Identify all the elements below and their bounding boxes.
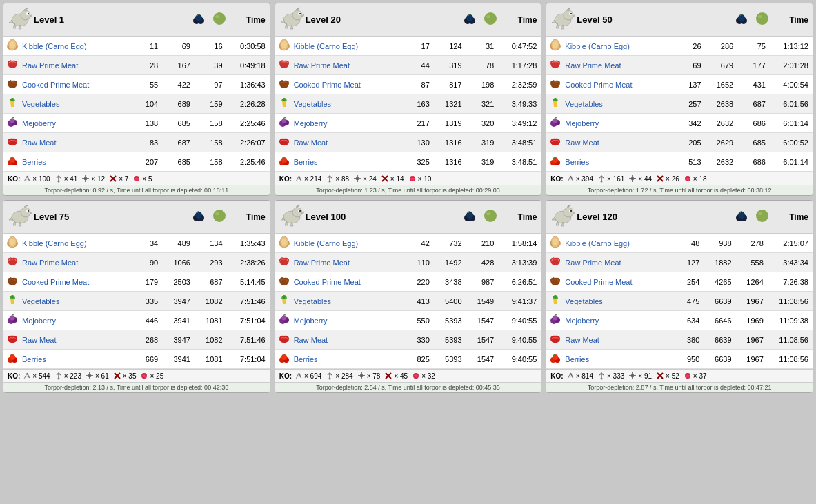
time-header: Time [232,212,266,222]
table-row: Mejoberry 342 2632 686 6:01:14 [546,114,813,133]
food-name[interactable]: Berries [565,355,589,363]
ko-item-2: × 44 [628,174,652,183]
food-name[interactable]: Berries [22,355,46,363]
food-cell: Mejoberry [548,312,668,328]
food-name[interactable]: Raw Prime Meat [294,259,350,267]
food-name[interactable]: Mejoberry [294,316,328,325]
col3-value: 319 [465,133,497,152]
food-icon-kibble [277,235,291,251]
food-icon-berries [6,154,19,170]
table-row: Raw Meat 205 2629 685 6:00:52 [546,133,813,152]
food-cell: Berries [6,351,126,367]
food-name[interactable]: Raw Prime Meat [294,61,350,70]
food-name[interactable]: Vegetables [565,100,602,108]
food-name[interactable]: Raw Meat [565,336,599,344]
food-name[interactable]: Raw Prime Meat [22,61,78,70]
col1-value: 163 [400,94,432,114]
food-name[interactable]: Mejoberry [565,119,599,128]
food-name[interactable]: Cooked Prime Meat [565,278,632,286]
food-name[interactable]: Mejoberry [565,316,599,325]
food-name[interactable]: Vegetables [294,100,331,108]
svg-point-81 [28,210,29,212]
food-icon-berries [548,154,562,170]
svg-point-75 [600,181,602,183]
food-name[interactable]: Vegetables [565,297,602,305]
time-header: Time [775,15,808,25]
dino-icon [8,203,32,230]
ko-item-0: × 814 [566,372,593,380]
time-value: 3:49:12 [497,114,541,133]
food-name[interactable]: Berries [22,158,46,166]
time-value: 0:49:18 [226,56,270,75]
food-name[interactable]: Kibble (Carno Egg) [22,42,87,50]
food-name[interactable]: Cooked Prime Meat [565,81,632,89]
food-name[interactable]: Mejoberry [22,316,56,325]
food-icon-vegetables [277,96,291,112]
food-name[interactable]: Raw Prime Meat [565,61,621,70]
svg-point-53 [564,10,573,20]
main-grid: Level 1 Time Kibble (Carno Egg) 11 [3,3,813,393]
col1-value: 104 [128,94,161,114]
food-name[interactable]: Berries [294,158,318,166]
col3-value: 1081 [193,350,226,369]
col3-value: 1549 [465,292,497,311]
food-name[interactable]: Raw Meat [294,139,328,147]
food-name[interactable]: Cooked Prime Meat [294,278,361,286]
food-cell: Raw Meat [277,134,398,150]
food-name[interactable]: Berries [565,158,589,166]
food-cell: Raw Meat [6,332,126,347]
table-row: Raw Meat 83 687 158 2:26:07 [3,133,270,152]
svg-point-111 [484,210,497,222]
table-row: Raw Meat 268 3947 1082 7:51:46 [3,330,270,350]
col3-value: 1967 [735,350,766,369]
food-cell: Cooked Prime Meat [277,77,398,92]
food-name[interactable]: Cooked Prime Meat [22,278,89,286]
col3-value: 1082 [193,292,226,311]
table-row: Cooked Prime Meat 220 3438 987 6:26:51 [275,272,541,292]
food-name[interactable]: Kibble (Carno Egg) [22,239,87,248]
col3-value: 97 [193,75,226,94]
header-level100: Level 100 Time [275,201,541,234]
food-table-level120: Kibble (Carno Egg) 48 938 278 2:15:07 Ra… [546,234,813,369]
table-row: Berries 513 2632 686 6:01:14 [546,152,813,172]
food-name[interactable]: Kibble (Carno Egg) [565,42,630,50]
food-name[interactable]: Raw Prime Meat [565,259,621,267]
food-name[interactable]: Raw Meat [22,336,57,344]
food-name[interactable]: Mejoberry [294,119,328,128]
food-name[interactable]: Raw Meat [294,336,328,344]
food-name[interactable]: Cooked Prime Meat [294,81,361,89]
food-name[interactable]: Kibble (Carno Egg) [294,239,359,248]
col3-value: 293 [193,253,226,272]
food-name[interactable]: Vegetables [294,297,331,305]
food-name[interactable]: Kibble (Carno Egg) [565,239,630,248]
food-cell: Raw Meat [6,134,126,150]
food-name[interactable]: Raw Meat [565,139,599,147]
col2-value: 4265 [702,272,734,292]
svg-point-3 [28,13,29,14]
food-name[interactable]: Mejoberry [22,119,56,128]
col1-value: 17 [400,37,432,56]
food-icon-mejoberry [277,312,291,328]
food-name[interactable]: Vegetables [22,100,59,108]
time-value: 3:13:39 [497,253,541,272]
food-name[interactable]: Raw Prime Meat [22,259,78,267]
col3-value: 210 [465,234,497,253]
col2-value: 2503 [161,272,193,292]
col1-value: 90 [128,253,161,272]
food-name[interactable]: Berries [294,355,318,363]
time-value: 2:15:07 [766,234,813,253]
col2-value: 685 [161,114,193,133]
table-row: Cooked Prime Meat 254 4265 1264 7:26:38 [546,272,813,292]
col1-value: 137 [672,75,704,94]
table-row: Raw Prime Meat 127 1882 558 3:43:34 [546,253,813,272]
food-name[interactable]: Raw Meat [22,139,57,147]
food-name[interactable]: Vegetables [22,297,59,305]
ko-item-0: × 694 [295,372,321,380]
food-name[interactable]: Cooked Prime Meat [22,81,89,89]
food-name[interactable]: Kibble (Carno Egg) [294,42,359,50]
food-cell: Berries [548,351,668,367]
level-title: Level 100 [306,212,384,222]
col1-value: 207 [128,152,161,172]
food-cell: Kibble (Carno Egg) [277,38,398,54]
svg-point-149 [553,316,558,321]
